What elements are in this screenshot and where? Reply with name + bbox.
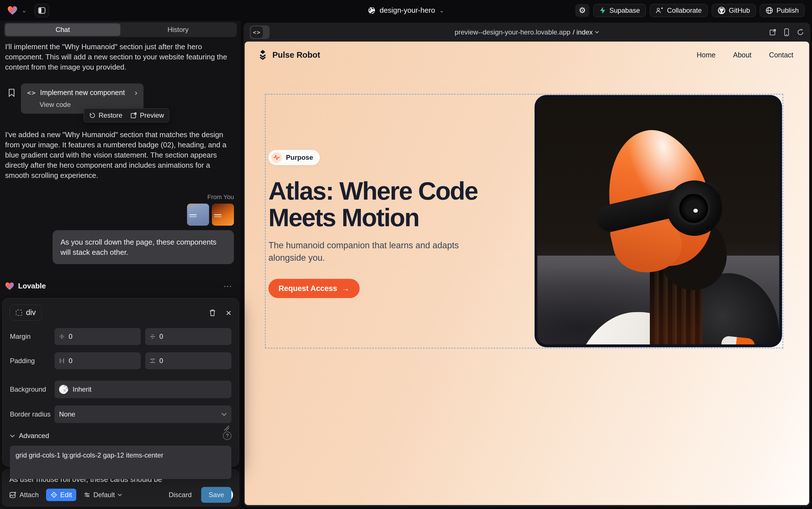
arrow-right-icon: → xyxy=(342,284,349,293)
element-inspector-panel: div × Margin 0 xyxy=(2,298,239,467)
attachment-thumbnail-blue[interactable] xyxy=(187,204,209,226)
nav-about[interactable]: About xyxy=(733,51,751,59)
supabase-button[interactable]: Supabase xyxy=(593,4,646,17)
padding-y-icon xyxy=(150,358,155,364)
classes-textarea[interactable]: grid grid-cols-1 lg:grid-cols-2 gap-12 i… xyxy=(10,446,231,479)
background-row: Background Inherit xyxy=(10,381,231,398)
discard-button[interactable]: Discard xyxy=(169,491,191,499)
attachment-thumbnail-orange[interactable] xyxy=(212,204,234,226)
border-radius-select[interactable]: None xyxy=(54,406,231,423)
nav-contact[interactable]: Contact xyxy=(769,51,793,59)
robot-image xyxy=(538,98,779,344)
external-link-icon xyxy=(130,112,137,119)
lovable-logo-icon[interactable] xyxy=(7,6,17,15)
margin-x-input[interactable]: 0 xyxy=(54,328,141,345)
chevron-right-icon: › xyxy=(135,89,137,97)
tool-card-title: Implement new component xyxy=(40,89,125,97)
gear-icon: ⚙ xyxy=(579,6,586,15)
supabase-label: Supabase xyxy=(610,6,640,14)
chevron-down-icon xyxy=(221,413,227,416)
margin-y-input[interactable]: 0 xyxy=(145,328,231,345)
site-header: Pulse Robot Home About Contact xyxy=(245,41,809,60)
code-icon: <> xyxy=(27,89,36,96)
github-button[interactable]: GitHub xyxy=(712,4,756,17)
globe-icon xyxy=(368,6,376,14)
selected-hero-grid[interactable]: Purpose Atlas: Where Code Meets Motion T… xyxy=(265,94,783,348)
preview-toolbar-icons xyxy=(769,28,804,36)
padding-x-input[interactable]: 0 xyxy=(54,352,141,369)
selected-element-chip[interactable]: div xyxy=(10,305,42,321)
inspector-footer: Discard Save xyxy=(10,487,231,503)
publish-label: Publish xyxy=(776,6,799,14)
collaborate-button[interactable]: Collaborate xyxy=(650,4,708,17)
border-radius-label: Border radius xyxy=(10,410,54,418)
preview-label: Preview xyxy=(140,111,164,119)
inspector-header: div × xyxy=(10,305,231,321)
mobile-view-icon[interactable] xyxy=(784,28,789,36)
code-view-toggle[interactable]: <> xyxy=(250,26,269,39)
save-button[interactable]: Save xyxy=(201,487,231,503)
trash-icon[interactable] xyxy=(209,309,216,317)
view-code-link[interactable]: View code xyxy=(27,101,137,109)
assistant-name: Lovable xyxy=(18,282,46,291)
nav-home[interactable]: Home xyxy=(697,51,716,59)
open-in-new-icon[interactable] xyxy=(769,29,776,36)
restore-label: Restore xyxy=(99,111,122,119)
preview-topbar: <> preview--design-your-hero.lovable.app… xyxy=(244,23,810,41)
restore-button[interactable]: Restore xyxy=(89,111,122,119)
hero-heading: Atlas: Where Code Meets Motion xyxy=(268,178,523,231)
tab-chat[interactable]: Chat xyxy=(5,24,120,36)
background-value: Inherit xyxy=(73,385,91,393)
attachment-thumbnails xyxy=(5,204,234,226)
pulse-icon xyxy=(273,155,280,160)
help-icon[interactable]: ? xyxy=(223,432,231,440)
lovable-app: ⌄ design-your-hero ⌄ ⚙ xyxy=(0,0,812,509)
project-switcher[interactable]: design-your-hero ⌄ xyxy=(368,0,444,21)
user-message-bubble: As you scroll down the page, these compo… xyxy=(52,230,234,264)
assistant-header: Lovable ⋯ xyxy=(5,281,236,291)
site-brand[interactable]: Pulse Robot xyxy=(258,49,320,60)
selected-element-tag: div xyxy=(26,308,36,317)
padding-y-value: 0 xyxy=(159,357,163,365)
background-field[interactable]: Inherit xyxy=(54,381,231,398)
preview-button[interactable]: Preview xyxy=(130,111,164,119)
tab-history[interactable]: History xyxy=(120,24,236,36)
workspace-chevron-icon[interactable]: ⌄ xyxy=(22,7,27,13)
border-radius-row: Border radius None xyxy=(10,406,231,423)
chevron-down-icon xyxy=(595,31,599,33)
collaborate-icon xyxy=(656,7,664,14)
topbar: ⌄ design-your-hero ⌄ ⚙ xyxy=(0,0,812,21)
hero-subheading: The humanoid companion that learns and a… xyxy=(268,239,460,264)
restore-preview-menu: Restore Preview xyxy=(84,108,169,123)
publish-button[interactable]: Publish xyxy=(760,4,805,17)
padding-y-input[interactable]: 0 xyxy=(145,352,231,369)
publish-globe-icon xyxy=(766,7,773,14)
hero-robot-card xyxy=(534,95,782,347)
project-chevron-icon: ⌄ xyxy=(439,7,444,13)
inspector-actions: × xyxy=(209,308,231,317)
advanced-toggle[interactable]: Advanced ? xyxy=(10,432,231,440)
close-icon[interactable]: × xyxy=(226,308,231,317)
padding-label: Padding xyxy=(10,357,54,365)
padding-x-value: 0 xyxy=(69,357,72,365)
settings-button[interactable]: ⚙ xyxy=(575,4,589,17)
padding-row: Padding 0 0 xyxy=(10,352,231,369)
refresh-icon[interactable] xyxy=(797,29,804,36)
request-access-button[interactable]: Request Access → xyxy=(268,279,360,298)
assistant-message-2: I've added a new "Why Humanoid" section … xyxy=(5,130,236,180)
chat-tabs: Chat History xyxy=(4,22,237,37)
purpose-label: Purpose xyxy=(286,154,313,162)
preview-url-bar[interactable]: preview--design-your-hero.lovable.app / … xyxy=(454,28,599,36)
code-toggle-inner: <> xyxy=(251,27,263,38)
restore-icon xyxy=(89,112,96,119)
lovable-heart-icon xyxy=(5,282,14,291)
resize-handle[interactable] xyxy=(224,426,229,431)
message-options-icon[interactable]: ⋯ xyxy=(223,281,233,291)
preview-path: / index xyxy=(573,28,593,36)
purpose-badge: Purpose xyxy=(268,150,320,165)
sidebar-toggle-button[interactable] xyxy=(34,4,49,17)
chevron-down-icon xyxy=(10,434,15,437)
robot-eye xyxy=(667,180,722,236)
hero-heading-line2: Meets Motion xyxy=(268,204,523,231)
hero-text-column: Purpose Atlas: Where Code Meets Motion T… xyxy=(268,95,523,298)
